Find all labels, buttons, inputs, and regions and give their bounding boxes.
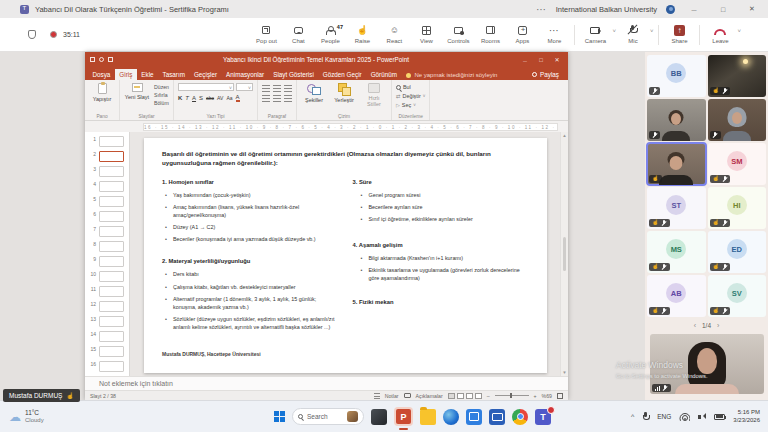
slideshow-icon[interactable] [108, 57, 113, 62]
tab-tasarim[interactable]: Tasarım [158, 69, 189, 81]
close-button[interactable] [742, 5, 762, 13]
slide-thumbnail[interactable]: 1 [88, 136, 126, 147]
tab-giris[interactable]: Giriş [115, 69, 137, 81]
zoom-in-button[interactable]: + [534, 393, 537, 399]
align-center-icon[interactable] [273, 95, 281, 102]
clock[interactable]: 5:16 PM3/23/2026 [733, 409, 760, 424]
slide-thumbnail[interactable]: 9 [88, 256, 126, 267]
slide-thumbnail[interactable]: 4 [88, 181, 126, 192]
participant-tile[interactable]: MS [647, 231, 706, 273]
tab-animasyonlar[interactable]: Animasyonlar [222, 69, 269, 81]
teams-taskbar-icon[interactable]: T [535, 409, 551, 425]
participant-tile[interactable]: SM [708, 143, 767, 185]
tray-mic-icon[interactable] [642, 412, 649, 421]
bold-button[interactable]: K [178, 95, 182, 101]
share-button[interactable]: Share [663, 25, 695, 45]
participant-video-tile[interactable] [708, 55, 767, 97]
section-button[interactable]: Bölüm [154, 100, 169, 106]
shapes-button[interactable]: Şekiller [301, 83, 327, 103]
zoom-out-button[interactable]: – [487, 393, 490, 399]
slide-thumbnails-panel[interactable]: 12345678910111213141516 [85, 132, 130, 376]
store-icon[interactable] [466, 409, 482, 425]
search-box[interactable]: Search [292, 408, 364, 425]
slide-thumbnail[interactable]: 12 [88, 301, 126, 312]
notes-pane[interactable]: Not eklemek için tıklatın [85, 376, 568, 390]
new-slide-button[interactable]: Yeni Slayt [124, 83, 150, 100]
wifi-icon[interactable] [679, 413, 690, 421]
popout-button[interactable]: Pop out [250, 25, 282, 45]
replace-button[interactable]: ⇄Değiştir˅ [396, 93, 425, 99]
align-left-icon[interactable] [262, 95, 270, 102]
quick-styles-button[interactable]: Hızlı Stiller [361, 83, 387, 107]
camera-chevron-icon[interactable] [612, 25, 616, 34]
scroll-down-icon[interactable]: ▼ [562, 370, 566, 375]
change-case-button[interactable]: Aa [226, 95, 232, 101]
chat-button[interactable]: Chat [282, 25, 314, 45]
font-name-select[interactable] [178, 83, 234, 91]
avatar[interactable] [666, 5, 675, 14]
slide[interactable]: Başarılı dil öğretiminin ve dil öğretimi… [144, 138, 547, 373]
slide-thumbnail[interactable]: 13 [88, 316, 126, 327]
view-buttons[interactable] [448, 393, 482, 399]
italic-button[interactable]: T [185, 95, 189, 101]
underline-button[interactable]: A [192, 95, 196, 101]
weather-widget[interactable]: 11°CCloudy [0, 409, 88, 425]
leave-chevron-icon[interactable] [737, 25, 741, 34]
paste-button[interactable]: Yapıştır [89, 83, 115, 102]
tab-dosya[interactable]: Dosya [88, 69, 115, 81]
mic-chevron-icon[interactable] [650, 25, 654, 34]
select-button[interactable]: ▷Seç˅ [396, 102, 416, 108]
fit-slide-icon[interactable] [557, 393, 563, 399]
indent-icon[interactable] [284, 85, 292, 92]
people-button[interactable]: 47People [314, 25, 346, 45]
leave-button[interactable]: Leave [704, 25, 736, 45]
participant-tile[interactable]: BB [647, 55, 706, 97]
arrange-button[interactable]: Yerleştir [331, 83, 357, 103]
vertical-scrollbar[interactable]: ▲▼ [560, 132, 568, 376]
char-spacing-button[interactable]: AV [217, 95, 223, 101]
zoom-slider[interactable] [495, 395, 529, 396]
tab-slayt-gosterisi[interactable]: Slayt Gösterisi [269, 69, 319, 81]
scrollbar-thumb[interactable] [563, 237, 567, 271]
outlook-icon[interactable] [489, 409, 505, 425]
slide-thumbnail[interactable]: 15 [88, 346, 126, 357]
tellme-box[interactable]: Ne yapmak istediğinizi söyleyin [401, 70, 502, 80]
slide-thumbnail[interactable]: 11 [88, 286, 126, 297]
taskbar-photo-app[interactable] [371, 409, 387, 425]
raise-hand-button[interactable]: ☝Raise [346, 25, 378, 45]
tab-gecisler[interactable]: Geçişler [189, 69, 221, 81]
participant-tile[interactable]: ST [647, 187, 706, 229]
taskbar-powerpoint-active[interactable]: P [394, 407, 413, 426]
notes-toggle[interactable]: Notlar [385, 393, 399, 399]
slide-thumbnail[interactable]: 10 [88, 271, 126, 282]
comments-toggle[interactable]: Açıklamalar [416, 393, 443, 399]
maximize-button[interactable] [713, 6, 733, 13]
start-button[interactable] [274, 411, 285, 422]
ppt-close-button[interactable] [551, 56, 563, 63]
chrome-icon[interactable] [512, 409, 528, 425]
ppt-minimize-button[interactable] [519, 57, 531, 63]
strikethrough-button[interactable]: abc [206, 95, 214, 101]
save-icon[interactable] [90, 57, 95, 62]
volume-icon[interactable] [698, 413, 706, 421]
tab-ekle[interactable]: Ekle [137, 69, 158, 81]
notes-icon[interactable] [374, 393, 380, 399]
slide-thumbnail[interactable]: 3 [88, 166, 126, 177]
bullets-icon[interactable] [262, 85, 270, 92]
shadow-button[interactable]: S [199, 95, 203, 101]
minimize-button[interactable] [684, 6, 704, 13]
align-right-icon[interactable] [284, 95, 292, 102]
ppt-restore-button[interactable] [535, 57, 547, 63]
rooms-button[interactable]: Rooms [474, 25, 506, 45]
file-explorer-icon[interactable] [420, 409, 436, 425]
layout-button[interactable]: Düzen [154, 84, 169, 90]
font-size-select[interactable] [236, 83, 253, 91]
slide-thumbnail[interactable]: 7 [88, 226, 126, 237]
comments-icon[interactable] [404, 393, 411, 398]
slide-thumbnail[interactable]: 14 [88, 331, 126, 342]
tab-gorunum[interactable]: Görünüm [366, 69, 401, 81]
participant-tile[interactable]: AB [647, 275, 706, 317]
slide-thumbnail[interactable]: 16 [88, 361, 126, 372]
more-options-icon[interactable] [537, 6, 547, 13]
controls-button[interactable]: Controls [442, 25, 474, 45]
